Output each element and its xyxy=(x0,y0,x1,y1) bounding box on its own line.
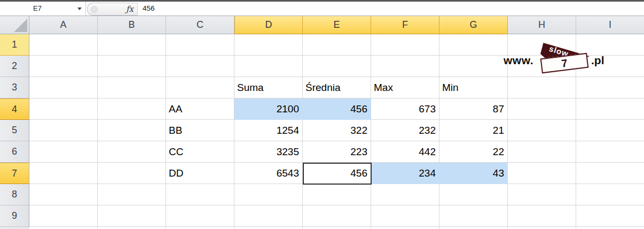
cell-E7[interactable]: 456 xyxy=(303,163,371,184)
cell-G5[interactable]: 21 xyxy=(439,120,508,141)
formula-bar: E7 ƒx 456 xyxy=(0,2,644,16)
logo-number-plate: 7 xyxy=(540,53,589,74)
column-header-C[interactable]: C xyxy=(166,16,234,34)
column-header-I[interactable]: I xyxy=(576,16,644,34)
row-header-5[interactable]: 5 xyxy=(0,120,29,141)
sheet-grid[interactable]: Suma Średnia Max Min AA 2100 456 673 87 … xyxy=(29,34,644,229)
cell-E5[interactable]: 322 xyxy=(303,120,371,141)
cell-D6[interactable]: 3235 xyxy=(234,141,303,163)
column-header-B[interactable]: B xyxy=(98,16,166,34)
insert-function-icon[interactable]: ƒx xyxy=(126,4,133,14)
row-header-2[interactable]: 2 xyxy=(0,56,29,77)
cell-E6[interactable]: 223 xyxy=(303,141,371,163)
row-header-column: 1 2 3 4 5 6 7 8 9 xyxy=(0,34,29,229)
formula-bar-handle: ƒx xyxy=(87,3,138,16)
row-header-6[interactable]: 6 xyxy=(0,141,29,163)
column-header-row: A B C D E F G H I xyxy=(29,16,644,34)
cell-E3[interactable]: Średnia xyxy=(303,77,374,98)
formula-input[interactable]: 456 xyxy=(138,2,644,16)
row-header-1[interactable]: 1 xyxy=(0,34,29,56)
name-box-value: E7 xyxy=(0,2,75,16)
name-box[interactable]: E7 xyxy=(0,2,86,16)
spreadsheet-window: E7 ƒx 456 A B C D E F G H I 1 2 3 4 5 6 … xyxy=(0,0,644,229)
cell-F7[interactable]: 234 xyxy=(371,163,439,184)
cell-G3[interactable]: Min xyxy=(439,77,511,98)
cell-G6[interactable]: 22 xyxy=(439,141,508,163)
cell-D3[interactable]: Suma xyxy=(234,77,305,98)
cell-D4[interactable]: 2100 xyxy=(234,98,303,120)
cell-D7[interactable]: 6543 xyxy=(234,163,303,184)
cell-G4[interactable]: 87 xyxy=(439,98,508,120)
select-all-triangle-icon xyxy=(14,19,27,32)
cell-C4[interactable]: AA xyxy=(166,98,237,120)
select-all-button[interactable] xyxy=(0,16,29,34)
logo-flag-icon: slow xyxy=(540,43,590,67)
cell-F5[interactable]: 232 xyxy=(371,120,439,141)
cell-G7[interactable]: 43 xyxy=(439,163,508,184)
column-header-H[interactable]: H xyxy=(508,16,576,34)
cell-E4[interactable]: 456 xyxy=(303,98,371,120)
row-header-9[interactable]: 9 xyxy=(0,205,29,227)
name-box-dropdown-icon[interactable] xyxy=(77,7,82,10)
logo-prefix-text: www. xyxy=(504,54,533,67)
cell-F4[interactable]: 673 xyxy=(371,98,439,120)
logo-suffix-text: .pl xyxy=(591,54,604,67)
drag-handle-icon xyxy=(91,6,98,13)
column-header-G[interactable]: G xyxy=(439,16,508,34)
cell-F3[interactable]: Max xyxy=(371,77,442,98)
column-header-A[interactable]: A xyxy=(29,16,98,34)
column-header-F[interactable]: F xyxy=(371,16,439,34)
cell-C6[interactable]: CC xyxy=(166,141,237,163)
row-header-4[interactable]: 4 xyxy=(0,98,29,120)
slow7-logo: www. slow 7 .pl xyxy=(499,42,643,75)
row-header-3[interactable]: 3 xyxy=(0,77,29,98)
logo-banner-word: slow xyxy=(548,44,570,58)
row-header-8[interactable]: 8 xyxy=(0,184,29,205)
row-header-7[interactable]: 7 xyxy=(0,163,29,184)
cell-C5[interactable]: BB xyxy=(166,120,237,141)
column-header-E[interactable]: E xyxy=(303,16,371,34)
cell-C7[interactable]: DD xyxy=(166,163,237,184)
cell-D5[interactable]: 1254 xyxy=(234,120,303,141)
cell-F6[interactable]: 442 xyxy=(371,141,439,163)
column-header-D[interactable]: D xyxy=(234,16,303,34)
